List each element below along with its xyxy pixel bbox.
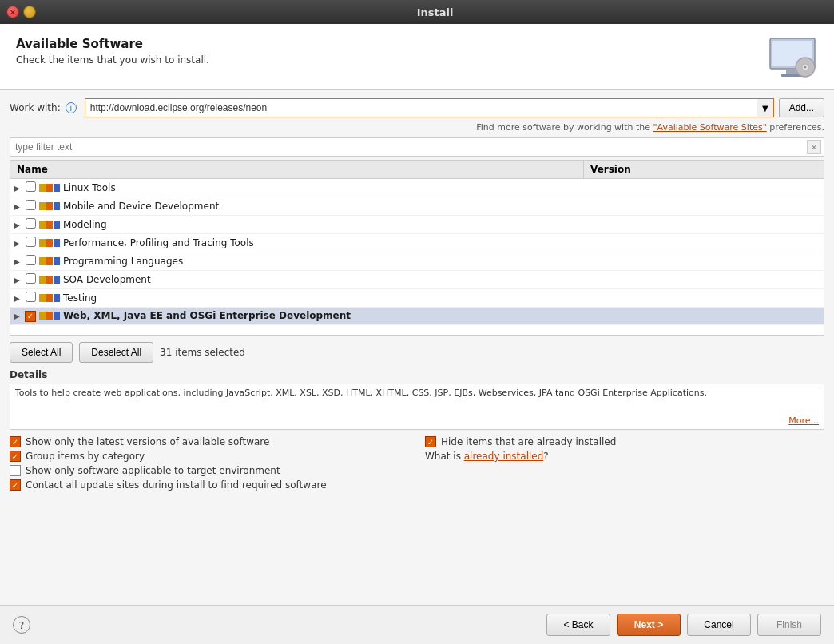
option-checkbox[interactable]: ✓ — [425, 436, 436, 447]
list-body: ▶ Linux Tools ▶ — [10, 179, 824, 335]
icon-block — [46, 312, 53, 320]
row-icon — [39, 312, 63, 320]
work-with-dropdown[interactable]: ▼ — [757, 98, 774, 117]
filter-clear-button[interactable]: ✕ — [807, 140, 821, 154]
row-checkbox[interactable] — [23, 292, 38, 304]
svg-point-6 — [804, 66, 807, 69]
icon-block — [46, 221, 53, 229]
icon-block — [54, 276, 60, 284]
icon-block — [54, 184, 60, 192]
row-icon — [39, 202, 63, 210]
titlebar: ✕ Install — [0, 0, 834, 24]
icon-block — [39, 276, 46, 284]
icon-block — [54, 202, 60, 210]
icon-block — [39, 202, 46, 210]
already-installed-link[interactable]: already installed — [464, 451, 544, 462]
row-checkbox[interactable] — [23, 200, 38, 213]
filter-input[interactable] — [10, 137, 824, 157]
expand-icon[interactable]: ▶ — [10, 257, 23, 266]
expand-icon[interactable]: ▶ — [10, 184, 23, 193]
work-with-label: Work with: — [10, 102, 61, 113]
row-label: Mobile and Device Development — [63, 201, 584, 212]
icon-block — [46, 184, 53, 192]
details-label: Details — [10, 369, 824, 380]
row-checkbox[interactable]: ✓ — [23, 310, 38, 322]
list-item-selected[interactable]: ▶ ✓ Web, XML, Java EE and OSGi Enterpris… — [10, 308, 824, 325]
back-button[interactable]: < Back — [546, 614, 610, 636]
row-checkbox[interactable] — [23, 255, 38, 268]
row-icon — [39, 257, 63, 265]
option-label: Show only software applicable to target … — [26, 465, 280, 476]
option-what-is-installed: What is already installed? — [425, 451, 824, 462]
icon-block — [54, 312, 60, 320]
options-section: ✓ Show only the latest versions of avail… — [10, 436, 824, 491]
details-text-container: Tools to help create web applications, i… — [10, 384, 824, 430]
icon-block — [54, 239, 60, 247]
row-label: Programming Languages — [63, 256, 584, 267]
row-label: Web, XML, Java EE and OSGi Enterprise De… — [63, 310, 584, 321]
close-button[interactable]: ✕ — [6, 6, 19, 18]
header-section: Available Software Check the items that … — [0, 24, 834, 90]
titlebar-buttons: ✕ — [6, 6, 36, 18]
filter-row: ✕ — [10, 137, 824, 157]
option-contact-update-sites: ✓ Contact all update sites during instal… — [10, 479, 824, 491]
available-software-sites-link[interactable]: "Available Software Sites" — [653, 122, 767, 133]
expand-icon[interactable]: ▶ — [10, 294, 23, 303]
row-icon — [39, 239, 63, 247]
option-checkbox[interactable]: ✓ — [10, 479, 21, 491]
icon-block — [39, 257, 46, 265]
add-button[interactable]: Add... — [779, 98, 824, 117]
list-item[interactable]: ▶ Testing — [10, 289, 824, 308]
row-icon — [39, 294, 63, 302]
row-checkbox[interactable] — [23, 273, 38, 286]
details-section: Details Tools to help create web applica… — [10, 369, 824, 430]
page-title: Available Software — [16, 37, 209, 51]
row-checkbox[interactable] — [23, 218, 38, 231]
list-item[interactable]: ▶ Programming Languages — [10, 252, 824, 271]
row-label: SOA Development — [63, 274, 584, 285]
icon-block — [46, 239, 53, 247]
finish-button[interactable]: Finish — [757, 614, 821, 636]
bottom-bar: ? < Back Next > Cancel Finish — [0, 605, 834, 644]
window-title: Install — [42, 6, 828, 18]
list-item[interactable]: ▶ Mobile and Device Development — [10, 197, 824, 216]
option-checkbox[interactable] — [10, 465, 21, 476]
software-list: Name Version ▶ Linux Tools — [10, 160, 824, 336]
more-link[interactable]: More... — [788, 415, 819, 426]
option-label: What is already installed? — [425, 451, 549, 462]
select-all-button[interactable]: Select All — [10, 342, 73, 363]
checked-checkbox[interactable]: ✓ — [25, 311, 36, 322]
minimize-button[interactable] — [23, 6, 36, 18]
list-item[interactable]: ▶ Linux Tools — [10, 179, 824, 197]
details-text: Tools to help create web applications, i… — [15, 388, 707, 398]
work-with-row: Work with: i ▼ Add... — [10, 98, 824, 117]
next-button[interactable]: Next > — [617, 614, 681, 636]
list-item[interactable]: ▶ Performance, Profiling and Tracing Too… — [10, 234, 824, 252]
find-more-row: Find more software by working with the "… — [10, 122, 824, 133]
help-button[interactable]: ? — [13, 616, 30, 634]
expand-icon[interactable]: ▶ — [10, 276, 23, 284]
work-with-input[interactable] — [85, 98, 757, 117]
expand-icon[interactable]: ▶ — [10, 239, 23, 248]
option-checkbox[interactable]: ✓ — [10, 451, 21, 462]
deselect-all-button[interactable]: Deselect All — [79, 342, 153, 363]
row-checkbox[interactable] — [23, 181, 38, 194]
option-checkbox[interactable]: ✓ — [10, 436, 21, 447]
list-item[interactable]: ▶ SOA Development — [10, 271, 824, 289]
expand-icon[interactable]: ▶ — [10, 221, 23, 229]
monitor-icon — [767, 37, 818, 80]
option-label: Group items by category — [26, 451, 145, 462]
list-item[interactable]: ▶ Modeling — [10, 216, 824, 234]
option-label: Contact all update sites during install … — [26, 479, 327, 491]
row-checkbox[interactable] — [23, 237, 38, 249]
icon-block — [39, 184, 46, 192]
icon-block — [46, 276, 53, 284]
expand-icon[interactable]: ▶ — [10, 312, 23, 320]
icon-block — [54, 221, 60, 229]
option-empty — [425, 465, 824, 476]
row-label: Linux Tools — [63, 182, 584, 193]
column-name: Name — [10, 161, 584, 178]
expand-icon[interactable]: ▶ — [10, 202, 23, 211]
option-label: Show only the latest versions of availab… — [26, 436, 269, 447]
cancel-button[interactable]: Cancel — [687, 614, 751, 636]
